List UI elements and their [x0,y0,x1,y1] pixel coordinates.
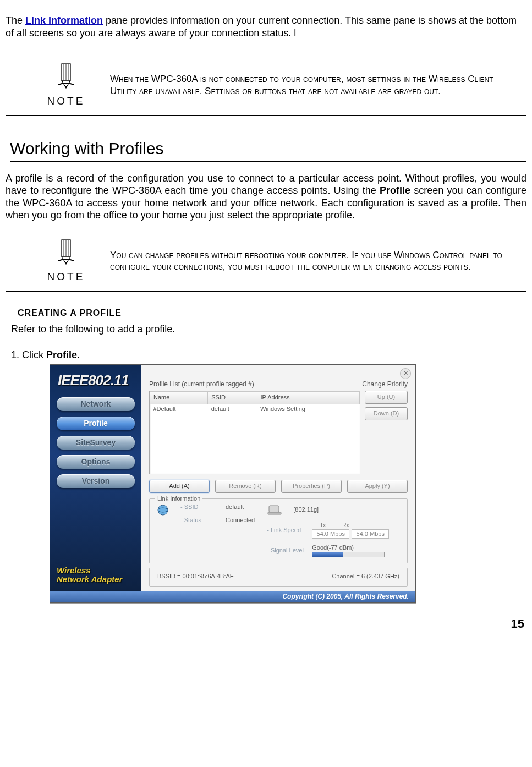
step-bold: Profile. [46,349,80,360]
profile-list-caption: Profile List (current profile tagged #) [149,380,254,388]
col-ip[interactable]: IP Address [257,392,359,404]
cell-ssid: default [208,404,257,414]
sidebar: IEEE802.11 Network Profile SiteSurvey Op… [50,365,141,591]
link-info-legend: Link Information [155,495,202,503]
link-information-group: Link Information - SSID default [149,498,408,563]
pencil-icon [54,80,78,91]
linkspeed-label: - Link Speed [267,527,308,534]
computer-icon [267,503,282,517]
note-block-1: NOTE When the WPC-360A is not connected … [6,56,526,115]
cell-ip: Windows Setting [257,404,359,414]
signal-label: - Signal Level [267,547,308,555]
cell-name: #Default [150,404,208,414]
note-2-text: You can change profiles without rebootin… [105,249,526,273]
divider [6,115,526,116]
ieee-logo: IEEE802.11 [58,371,135,390]
sidebar-item-sitesurvey[interactable]: SiteSurvey [57,436,135,450]
link-information-link[interactable]: Link Information [25,15,103,26]
svg-rect-13 [269,506,279,512]
signal-bar [312,552,385,557]
adapter-label: Wireless Network Adapter [57,566,135,584]
main-panel: Profile List (current profile tagged #) … [141,365,415,591]
bssid-value: BSSID = 00:01:95:6A:4B:AE [157,573,234,580]
table-row[interactable]: #Default default Windows Setting [150,404,360,414]
rx-label: Rx [342,522,349,529]
subintro: Refer to the following to add a profile. [11,323,526,336]
intro-paragraph: The Link Information pane provides infor… [6,14,526,39]
note-label: NOTE [28,270,105,283]
profiles-paragraph: A profile is a record of the configurati… [6,172,526,222]
sidebar-item-version[interactable]: Version [57,474,135,488]
channel-value: Channel = 6 (2.437 GHz) [332,573,399,580]
properties-button[interactable]: Properties (P) [281,480,342,493]
remove-button[interactable]: Remove (R) [215,480,276,493]
note-block-2: NOTE You can change profiles without reb… [6,232,526,291]
sidebar-item-network[interactable]: Network [57,397,135,411]
change-priority-label: Change Priority [362,380,408,388]
para-bold: Profile [380,185,410,196]
ssid-value: default [226,503,244,511]
subhead-text: CREATING A PROFILE [18,308,122,317]
mode-label: [802.11g] [293,506,319,514]
profile-table[interactable]: Name SSID IP Address #Default default Wi… [149,391,360,474]
page-number: 15 [6,616,526,632]
svg-rect-14 [268,512,281,514]
steps-list: Click Profile. ✕ IEEE802.11 Network Prof… [6,349,526,603]
status-value: Connected [226,517,255,524]
note-icon-area: NOTE [28,239,105,283]
step-1: Click Profile. ✕ IEEE802.11 Network Prof… [22,349,526,603]
add-button[interactable]: Add (A) [149,480,210,493]
globe-icon [155,503,171,517]
wna-line1: Wireless [57,566,135,576]
col-ssid[interactable]: SSID [208,392,257,404]
note-icon-area: NOTE [28,63,105,107]
wna-line2: Network Adapter [57,575,135,584]
note-1-text: When the WPC-360A is not connected to yo… [105,73,526,97]
down-button[interactable]: Down (D) [365,407,408,420]
col-name[interactable]: Name [150,392,208,404]
signal-value: Good(-77 dBm) [312,544,385,552]
note-label: NOTE [28,95,105,108]
subheading-creating-profile: CREATING A PROFILE [18,308,526,319]
tx-value: 54.0 Mbps [312,529,349,539]
ssid-label: - SSID [180,503,221,511]
rx-value: 54.0 Mbps [352,529,389,539]
sidebar-item-options[interactable]: Options [57,455,135,469]
copyright-bar: Copyright (C) 2005, All Rights Reserved. [50,591,415,602]
svg-point-12 [158,505,168,515]
status-label: - Status [180,517,221,524]
divider [6,291,526,292]
pencil-icon [54,256,78,267]
step-text: Click [22,349,46,360]
sidebar-item-profile[interactable]: Profile [57,417,135,430]
apply-button[interactable]: Apply (Y) [347,480,408,493]
tx-label: Tx [320,522,326,529]
section-heading: Working with Profiles [10,138,526,162]
up-button[interactable]: Up (U) [365,391,408,404]
intro-pre: The [6,15,25,26]
close-icon[interactable]: ✕ [400,368,411,379]
app-window: ✕ IEEE802.11 Network Profile SiteSurvey … [50,364,416,603]
bssid-group: BSSID = 00:01:95:6A:4B:AE Channel = 6 (2… [149,568,408,587]
